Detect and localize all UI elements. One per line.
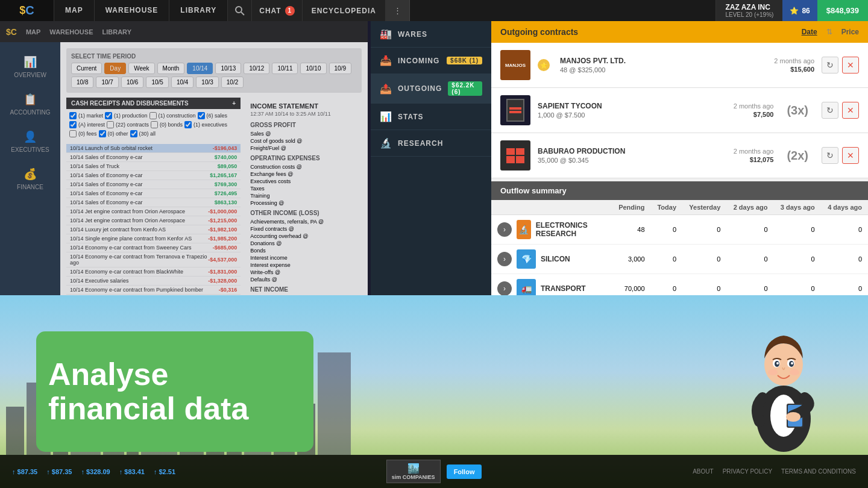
transaction-row[interactable]: 10/14 Sales of Economy e-car $863,130	[66, 198, 241, 207]
sidebar-item-overview[interactable]: 📊 OVERVIEW	[0, 48, 60, 86]
transaction-amount: -$196,043	[213, 145, 237, 151]
transaction-row[interactable]: 10/14 Sales of Economy e-car $740,000	[66, 153, 241, 162]
time-btn-day[interactable]: Day	[104, 63, 126, 74]
game-nav-outgoing[interactable]: 📤 OUTGOING $62.2K (6)	[371, 74, 491, 104]
time-btn-current[interactable]: Current	[71, 63, 102, 74]
transaction-row[interactable]: 10/14 Luxury jet contract from Kenfo AS …	[66, 225, 241, 234]
time-date-104[interactable]: 10/4	[171, 77, 193, 88]
game-nav-wares[interactable]: 🏭 WARES	[371, 21, 491, 48]
checkbox-market[interactable]: (1) market	[69, 112, 103, 119]
checkbox-fees[interactable]: (0) fees	[69, 130, 97, 137]
checkbox-sales[interactable]: (6) sales	[198, 112, 228, 119]
sec-nav-warehouse[interactable]: WAREHOUSE	[49, 28, 93, 36]
money-button[interactable]: $848,939	[817, 0, 868, 21]
privacy-link[interactable]: PRIVACY POLICY	[723, 468, 772, 475]
top-navigation: $ C MAP WAREHOUSE LIBRARY CHAT 1 ENCYCLO…	[0, 0, 868, 21]
transaction-row[interactable]: 10/14 Sales of Truck $89,050	[66, 162, 241, 171]
contract-actions-1: ↻ ✕	[822, 57, 859, 74]
contract-details-3: 35,000 @ $0.345	[538, 157, 694, 164]
time-date-1014[interactable]: 10/14	[187, 63, 213, 74]
time-date-108[interactable]: 10/8	[71, 77, 93, 88]
checkbox-executives[interactable]: (1) executives	[184, 121, 227, 128]
game-nav-stats[interactable]: 📊 STATS	[371, 104, 491, 130]
nav-map[interactable]: MAP	[54, 0, 95, 21]
time-date-107[interactable]: 10/7	[96, 77, 118, 88]
sort-by-price[interactable]: Price	[841, 28, 859, 36]
time-date-1012[interactable]: 10/12	[244, 63, 269, 74]
chat-button[interactable]: CHAT 1	[252, 0, 302, 21]
expand-silicon-btn[interactable]: ›	[497, 252, 512, 266]
transaction-row[interactable]: 10/14 Economy e-car contract from BlackW…	[66, 267, 241, 277]
time-date-102[interactable]: 10/2	[221, 77, 244, 88]
checkbox-contracts[interactable]: (22) contracts	[107, 121, 149, 128]
transaction-row[interactable]: 10/14 Economy e-car contract from Terran…	[66, 252, 241, 267]
checkbox-bonds[interactable]: (0) bonds	[151, 121, 183, 128]
sidebar-item-accounting[interactable]: 📋 ACCOUNTING	[0, 86, 60, 123]
nav-warehouse[interactable]: WAREHOUSE	[95, 0, 170, 21]
time-btn-month[interactable]: Month	[157, 63, 185, 74]
sidebar-item-executives[interactable]: 👤 EXECUTIVES	[0, 123, 60, 160]
finance-icon: 💰	[24, 167, 37, 181]
terms-link[interactable]: TERMS AND CONDITIONS	[781, 468, 856, 475]
transaction-row[interactable]: 10/14 Single engine plane contract from …	[66, 234, 241, 243]
contract-amount-1: $15,600	[742, 66, 814, 73]
more-button[interactable]: ⋮	[386, 0, 410, 21]
sec-nav-library[interactable]: LIBRARY	[102, 28, 131, 36]
logo[interactable]: $ C	[0, 0, 54, 21]
stars-button[interactable]: ⭐ 86	[782, 0, 817, 21]
encyclopedia-button[interactable]: ENCYCLOPEDIA	[303, 0, 386, 21]
transaction-row[interactable]: 10/14 Jet engine contract from Orion Aer…	[66, 216, 241, 225]
checkbox-all[interactable]: (30) all	[130, 130, 156, 137]
contract-company-name-2: SAPIENT TYCOON	[538, 102, 694, 110]
contract-refresh-btn-2[interactable]: ↻	[822, 102, 838, 119]
contract-refresh-btn-3[interactable]: ↻	[822, 147, 838, 164]
time-date-1010[interactable]: 10/10	[300, 63, 326, 74]
time-date-106[interactable]: 10/6	[121, 77, 143, 88]
sec-nav-map[interactable]: MAP	[26, 28, 40, 36]
checkbox-construction[interactable]: (1) construction	[149, 112, 196, 119]
electronics-2days: 0	[726, 215, 773, 245]
transaction-row[interactable]: 10/14 Launch of Sub orbital rocket -$196…	[66, 144, 241, 153]
contract-delete-btn-2[interactable]: ✕	[842, 102, 859, 119]
transaction-row[interactable]: 10/14 Sales of Economy e-car $769,300	[66, 180, 241, 189]
col-yesterday: Yesterday	[682, 200, 726, 215]
money-amount: $848,939	[826, 6, 859, 15]
contract-avatar-3	[500, 140, 530, 170]
nav-library[interactable]: LIBRARY	[169, 0, 228, 21]
user-info[interactable]: ZAZ AZA INC LEVEL 20 (+19%)	[715, 0, 782, 21]
time-date-109[interactable]: 10/9	[329, 63, 351, 74]
time-date-105[interactable]: 10/5	[146, 77, 168, 88]
time-date-1013[interactable]: 10/13	[215, 63, 241, 74]
electronics-4days: 0	[821, 215, 868, 245]
is-cogs-label: Cost of goods sold @	[250, 138, 302, 144]
contract-delete-btn-1[interactable]: ✕	[842, 57, 859, 74]
time-btn-week[interactable]: Week	[128, 63, 154, 74]
transaction-row[interactable]: 10/14 Executive salaries -$1,328,000	[66, 277, 241, 286]
game-nav-research[interactable]: 🔬 RESEARCH	[371, 130, 491, 157]
transaction-row[interactable]: 10/14 Sales of Economy e-car $1,265,167	[66, 171, 241, 180]
time-date-1011[interactable]: 10/11	[272, 63, 298, 74]
search-button[interactable]	[228, 0, 252, 21]
cash-header-action[interactable]: +	[232, 100, 236, 107]
sort-by-date[interactable]: Date	[802, 28, 817, 36]
checkbox-other[interactable]: (0) other	[99, 130, 128, 137]
checkbox-interest[interactable]: (A) interest	[69, 121, 105, 128]
contract-delete-btn-3[interactable]: ✕	[842, 147, 859, 164]
expand-electronics-btn[interactable]: ›	[497, 222, 512, 237]
expand-transport-btn[interactable]: ›	[497, 281, 512, 296]
marketing-headline-2: financial data	[48, 392, 301, 426]
electronics-today: 0	[651, 215, 683, 245]
game-nav-incoming[interactable]: 📥 INCOMING $68K (1)	[371, 48, 491, 74]
transaction-row[interactable]: 10/14 Sales of Economy e-car $726,495	[66, 189, 241, 198]
transaction-row[interactable]: 10/14 Jet engine contract from Orion Aer…	[66, 207, 241, 216]
contract-refresh-btn-1[interactable]: ↻	[822, 57, 838, 74]
accounting-label: ACCOUNTING	[10, 109, 50, 116]
transaction-row[interactable]: 10/14 Economy e-car contract from Sweene…	[66, 243, 241, 252]
follow-button[interactable]: Follow	[447, 465, 482, 479]
sidebar-item-finance[interactable]: 💰 FINANCE	[0, 160, 60, 198]
time-date-103[interactable]: 10/3	[196, 77, 218, 88]
checkbox-production[interactable]: (1) production	[105, 112, 148, 119]
transaction-row[interactable]: 10/14 Economy e-car contract from Pumpki…	[66, 286, 241, 295]
about-link[interactable]: ABOUT	[693, 468, 713, 475]
is-exec-row: Executives costs	[250, 178, 357, 185]
